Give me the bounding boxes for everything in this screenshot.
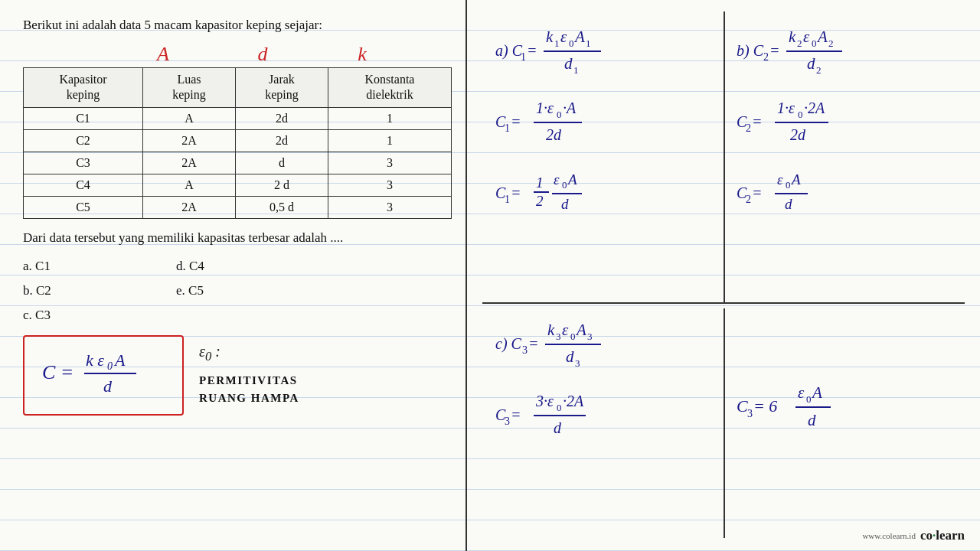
svg-text:0: 0 [570,331,576,342]
option-d: d. C4 [176,254,329,279]
c1-step2-svg: C 1 = 1·ε 0 ·A 2d [494,90,670,148]
page: Berikut ini adalah data 5 macam kapasito… [0,0,980,551]
option-c: c. C3 [23,303,176,328]
svg-text:3: 3 [587,331,593,342]
svg-text:A: A [811,383,822,402]
header-k: k [312,43,412,66]
svg-text:ε: ε [803,28,810,46]
svg-text:d: d [564,54,573,73]
svg-text:d: d [807,54,815,73]
cell-c5-luas: 2A [142,197,235,219]
c1-step3: C 1 = 1 2 ε 0 A d [494,161,712,222]
c3-step2: C 3 = 3·ε 0 ·2A d [494,383,712,444]
c2-step2-svg: C 2 = 1·ε 0 ·2A 2d [735,90,926,148]
c2-step2: C 2 = 1·ε 0 ·2A 2d [735,90,953,151]
epsilon-definitions: ε0 : PERMITIVITAS RUANG HAMPA [199,335,299,405]
svg-text:3: 3 [747,408,753,419]
svg-text:·2A: ·2A [563,393,584,409]
c3-formula-block: c) C 3 = k 3 ε 0 A 3 d 3 [494,312,712,373]
table-row: C1 A 2d 1 [24,108,452,130]
svg-text:2: 2 [816,64,822,76]
svg-text:=: = [511,113,521,130]
svg-text:=: = [752,113,763,130]
svg-text:0: 0 [812,37,817,49]
cell-c1-luas: A [142,108,235,130]
svg-text:d: d [785,196,792,212]
svg-text:1: 1 [505,122,510,134]
cell-c4-jarak: 2 d [235,174,328,197]
cell-c1-jarak: 2d [235,108,328,130]
svg-text:d: d [554,419,562,436]
svg-text:=: = [511,184,521,201]
c1-column: a) C 1 = k 1 ε 0 A 1 [482,11,724,302]
svg-text:1: 1 [554,37,560,49]
svg-text:=: = [527,42,537,59]
svg-text:A: A [113,350,126,370]
svg-text:k: k [546,28,554,46]
c1-step2: C 1 = 1·ε 0 ·A 2d [494,90,712,151]
watermark: www.colearn.id co·learn [862,528,965,543]
svg-text:ε: ε [562,321,569,339]
svg-text:A: A [575,321,586,339]
svg-text:0: 0 [562,179,567,191]
formula-box: C = k ε 0 A d [23,335,184,416]
c1-step3-svg: C 1 = 1 2 ε 0 A d [494,161,670,219]
c3-step3-svg: C 3 = 6 ε 0 A d [735,373,903,435]
table-row: C3 2A d 3 [24,152,452,174]
cell-c3-jarak: d [235,152,328,174]
svg-text:2d: 2d [790,126,806,143]
options-left: a. C1 b. C2 c. C3 [23,254,176,328]
svg-text:2: 2 [828,37,834,49]
svg-text:3: 3 [556,331,561,342]
svg-text:2: 2 [763,51,769,63]
formula-section: C = k ε 0 A d ε0 : PERMITIVITAS RUANG H [23,335,450,416]
header-d: d [213,43,312,66]
svg-text:2: 2 [746,194,751,205]
svg-text:·2A: ·2A [804,99,825,116]
svg-text:=: = [528,335,539,352]
capacitor-table: Kapasitorkeping Luaskeping Jarakkeping K… [23,67,452,220]
th-jarak: Jarakkeping [235,67,328,108]
watermark-url: www.colearn.id [862,531,916,540]
cell-c3-k: 3 [328,152,451,174]
c2-formula-block: b) C 2 = k 2 ε 0 A 2 d 2 [735,19,953,80]
cell-c2-luas: 2A [142,130,235,152]
svg-text:0: 0 [557,109,562,120]
column-color-headers: A d k [92,43,450,66]
svg-text:b) C: b) C [737,42,764,60]
cell-c3: C3 [24,152,143,174]
svg-text:0: 0 [786,179,791,191]
svg-text:0: 0 [806,393,812,405]
top-right-section: a) C 1 = k 1 ε 0 A 1 [482,11,965,302]
cell-c4: C4 [24,174,143,197]
watermark-brand: co·learn [920,528,965,543]
svg-text:d: d [808,411,816,429]
question-text: Dari data tersebut yang memiliki kapasit… [23,228,450,248]
svg-text:d: d [566,347,574,366]
cell-c2: C2 [24,130,143,152]
cell-c5-jarak: 0,5 d [235,197,328,219]
svg-text:A: A [573,28,585,46]
svg-text:3: 3 [505,416,510,427]
th-luas: Luaskeping [142,67,235,108]
option-e: e. C5 [176,279,329,303]
cell-c2-k: 1 [328,130,451,152]
svg-text:ε: ε [798,383,805,402]
c1-formula-svg: a) C 1 = k 1 ε 0 A 1 [494,19,708,77]
svg-text:1·ε: 1·ε [536,99,554,116]
svg-text:k: k [789,28,796,46]
svg-text:3: 3 [575,357,580,369]
option-b: b. C2 [23,279,176,303]
svg-text:= 6: = 6 [753,396,777,416]
c3-left: c) C 3 = k 3 ε 0 A 3 d 3 [482,308,724,458]
svg-text:C =: C = [42,361,74,383]
svg-text:2: 2 [536,193,544,209]
svg-text:1: 1 [536,174,544,191]
c2-formula-svg: b) C 2 = k 2 ε 0 A 2 d 2 [735,19,949,77]
cell-c4-k: 3 [328,174,451,197]
options-container: a. C1 b. C2 c. C3 d. C4 e. C5 [23,254,450,328]
c3-formula-svg: c) C 3 = k 3 ε 0 A 3 d 3 [494,312,685,370]
svg-text:d: d [103,377,113,396]
cell-c1-k: 1 [328,108,451,130]
cell-c2-jarak: 2d [235,130,328,152]
